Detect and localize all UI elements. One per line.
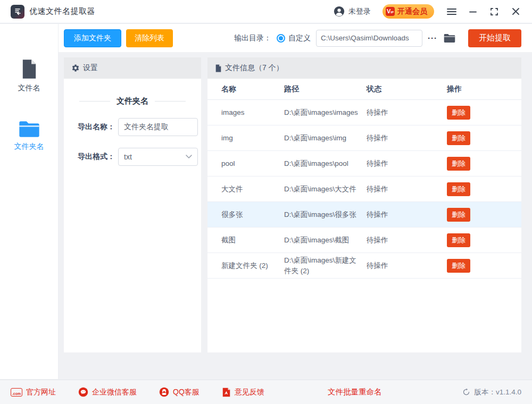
file-icon xyxy=(215,64,222,72)
feedback-label: 意见反馈 xyxy=(235,388,264,397)
row-path: D:\桌面\images\images xyxy=(284,107,367,118)
delete-button[interactable]: 删除 xyxy=(447,208,470,222)
delete-button[interactable]: 删除 xyxy=(447,131,470,145)
export-format-value: txt xyxy=(124,153,186,161)
row-name: 新建文件夹 (2) xyxy=(207,261,284,271)
row-status: 待操作 xyxy=(367,261,447,271)
divider xyxy=(79,101,110,102)
refresh-icon[interactable] xyxy=(462,388,470,396)
start-extract-button[interactable]: 开始提取 xyxy=(468,29,521,47)
table-row-highlighted[interactable]: 很多张 D:\桌面\images\很多张 待操作 删除 xyxy=(207,202,521,228)
login-status[interactable]: 未登录 xyxy=(348,7,371,16)
close-icon[interactable] xyxy=(508,4,523,20)
settings-section-title: 文件夹名 xyxy=(117,96,148,106)
maximize-icon[interactable] xyxy=(486,4,502,20)
chevron-down-icon xyxy=(186,155,192,159)
titlebar: 优速文件名提取器 未登录 VIP 开通会员 xyxy=(0,0,532,23)
row-path: D:\桌面\images\大文件 xyxy=(284,184,367,195)
delete-button[interactable]: 删除 xyxy=(447,106,470,120)
sidebar-item-label: 文件名 xyxy=(18,83,40,93)
table-row[interactable]: 新建文件夹 (2) D:\桌面\images\新建文件夹 (2) 待操作 删除 xyxy=(207,253,521,279)
output-mode-label[interactable]: 自定义 xyxy=(288,33,311,43)
qq-service-link[interactable]: QQ客服 xyxy=(159,387,200,397)
row-status: 待操作 xyxy=(367,108,447,117)
toolbar: 添加文件夹 清除列表 输出目录： 自定义 ··· 开始提取 xyxy=(59,24,532,52)
table-row[interactable]: 大文件 D:\桌面\images\大文件 待操作 删除 xyxy=(207,176,521,202)
row-name: images xyxy=(207,108,284,116)
menu-icon[interactable] xyxy=(444,4,460,20)
add-folder-button[interactable]: 添加文件夹 xyxy=(64,29,121,47)
vip-label: 开通会员 xyxy=(397,7,427,16)
row-name: img xyxy=(207,134,284,142)
row-name: 截图 xyxy=(207,235,284,245)
export-format-row: 导出格式： txt xyxy=(78,148,201,166)
file-info-header-label: 文件信息（7 个） xyxy=(225,63,284,73)
row-path: D:\桌面\images\img xyxy=(284,133,367,144)
col-header-status: 状态 xyxy=(367,85,447,94)
official-website-label: 官方网址 xyxy=(26,388,56,397)
row-status: 待操作 xyxy=(367,235,447,245)
output-dir-label: 输出目录： xyxy=(234,33,271,43)
minimize-icon[interactable] xyxy=(465,4,481,20)
table-row[interactable]: 截图 D:\桌面\images\截图 待操作 删除 xyxy=(207,228,521,253)
delete-button[interactable]: 删除 xyxy=(447,182,470,196)
delete-button[interactable]: 删除 xyxy=(447,259,470,273)
row-path: D:\桌面\images\新建文件夹 (2) xyxy=(284,255,367,276)
output-path-input[interactable] xyxy=(316,30,422,47)
version-label: 版本：v1.1.4.0 xyxy=(474,388,521,397)
user-avatar-icon[interactable] xyxy=(334,6,345,17)
export-name-label: 导出名称： xyxy=(78,122,118,132)
feedback-link[interactable]: 意见反馈 xyxy=(222,388,264,397)
wechat-service-label: 企业微信客服 xyxy=(92,388,137,397)
export-name-input[interactable] xyxy=(118,118,198,136)
table-row[interactable]: images D:\桌面\images\images 待操作 删除 xyxy=(207,100,521,125)
sidebar-item-foldername[interactable]: 文件夹名 xyxy=(0,113,58,157)
sidebar-item-filename[interactable]: 文件名 xyxy=(0,52,58,98)
website-com-icon: .com xyxy=(11,388,22,397)
export-name-row: 导出名称： xyxy=(78,118,201,136)
wechat-service-icon xyxy=(78,387,88,397)
row-path: D:\桌面\images\很多张 xyxy=(284,209,367,220)
file-info-panel: 文件信息（7 个） 名称 路径 状态 操作 images D:\桌面\image… xyxy=(207,57,521,352)
sidebar-item-label: 文件夹名 xyxy=(14,142,44,152)
table-row[interactable]: pool D:\桌面\images\pool 待操作 删除 xyxy=(207,151,521,176)
delete-button[interactable]: 删除 xyxy=(447,233,470,247)
version-info: 版本：v1.1.4.0 xyxy=(462,388,521,397)
row-name: 大文件 xyxy=(207,184,284,194)
vip-badge-icon: VIP xyxy=(386,7,395,16)
file-icon xyxy=(20,59,38,79)
gear-icon xyxy=(71,64,80,72)
row-name: pool xyxy=(207,159,284,167)
app-logo-icon xyxy=(11,5,24,19)
feedback-icon xyxy=(222,388,231,397)
row-status: 待操作 xyxy=(367,210,447,220)
footer: .com 官方网址 企业微信客服 QQ客服 意见反馈 文件批量重命名 xyxy=(0,380,532,404)
row-path: D:\桌面\images\pool xyxy=(284,158,367,169)
settings-header: 设置 xyxy=(64,57,201,79)
row-status: 待操作 xyxy=(367,133,447,143)
clear-list-button[interactable]: 清除列表 xyxy=(126,29,173,47)
qq-service-label: QQ客服 xyxy=(173,388,200,397)
open-vip-button[interactable]: VIP 开通会员 xyxy=(383,4,434,19)
sidebar: 文件名 文件夹名 xyxy=(0,24,59,379)
divider xyxy=(155,101,186,102)
export-format-label: 导出格式： xyxy=(78,152,118,162)
row-status: 待操作 xyxy=(367,184,447,194)
export-format-select[interactable]: txt xyxy=(118,148,198,166)
file-info-header: 文件信息（7 个） xyxy=(207,57,521,79)
official-website-link[interactable]: .com 官方网址 xyxy=(11,388,56,397)
batch-rename-link[interactable]: 文件批量重命名 xyxy=(328,387,382,397)
open-folder-icon[interactable] xyxy=(444,33,455,43)
row-name: 很多张 xyxy=(207,210,284,220)
delete-button[interactable]: 删除 xyxy=(447,157,470,171)
table-row[interactable]: img D:\桌面\images\img 待操作 删除 xyxy=(207,125,521,151)
settings-section-title-row: 文件夹名 xyxy=(64,96,201,106)
custom-output-radio[interactable] xyxy=(277,34,285,43)
browse-more-button[interactable]: ··· xyxy=(428,33,437,43)
col-header-action: 操作 xyxy=(447,85,521,94)
folder-icon xyxy=(19,121,40,138)
settings-header-label: 设置 xyxy=(83,63,98,73)
wechat-service-link[interactable]: 企业微信客服 xyxy=(78,387,137,397)
qq-service-icon xyxy=(159,387,169,397)
table-header: 名称 路径 状态 操作 xyxy=(207,79,521,100)
